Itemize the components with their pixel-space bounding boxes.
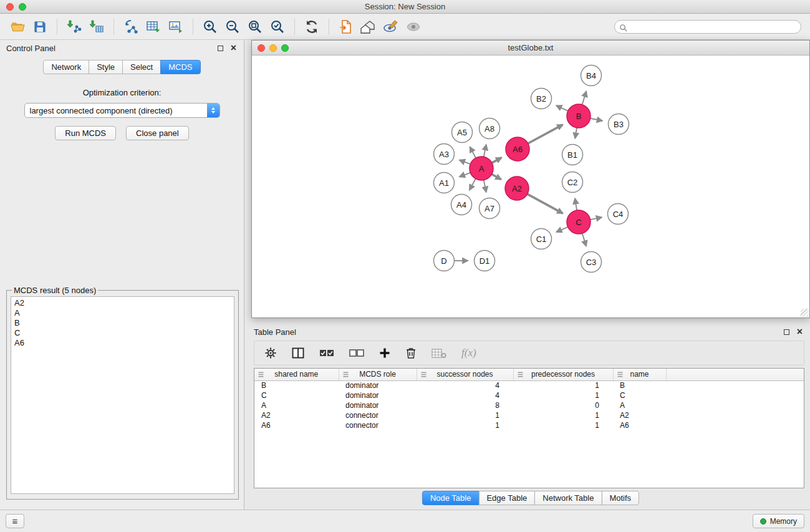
table-cell-predecessor_nodes[interactable]: 1	[513, 390, 613, 400]
close-panel-icon[interactable]: ×	[231, 44, 236, 52]
close-panel-button[interactable]: Close panel	[126, 126, 189, 140]
graph-edge[interactable]	[528, 125, 563, 143]
table-row[interactable]: Cdominator41C	[254, 390, 804, 400]
close-window-button[interactable]	[6, 3, 14, 11]
table-cell-name[interactable]: A2	[613, 410, 666, 420]
column-header[interactable]: name	[613, 369, 666, 380]
tab-node-table[interactable]: Node Table	[422, 491, 480, 505]
table-row[interactable]: A2connector11A2	[254, 410, 804, 420]
tab-mcds[interactable]: MCDS	[160, 60, 200, 74]
close-table-panel-icon[interactable]: ×	[797, 328, 803, 336]
tab-network[interactable]: Network	[43, 60, 89, 74]
table-cell-successor_nodes[interactable]: 8	[417, 400, 513, 410]
table-cell-predecessor_nodes[interactable]: 1	[513, 380, 613, 390]
zoom-fit-button[interactable]	[244, 16, 266, 37]
tab-select[interactable]: Select	[122, 60, 161, 74]
show-graphics-details-button[interactable]	[380, 16, 402, 37]
graph-edge[interactable]	[470, 179, 476, 190]
table-cell-successor_nodes[interactable]: 4	[417, 390, 513, 400]
search-input[interactable]	[614, 20, 801, 34]
deselect-all-button[interactable]	[349, 349, 364, 357]
zoom-selected-button[interactable]	[266, 16, 289, 37]
graph-edge[interactable]	[484, 180, 486, 192]
table-cell-name[interactable]: A	[613, 400, 666, 410]
network-zoom-button[interactable]	[281, 44, 289, 52]
table-cell-name[interactable]: A6	[613, 420, 666, 430]
home-button[interactable]	[357, 16, 380, 37]
new-table-button[interactable]	[142, 16, 165, 37]
graph-edge[interactable]	[460, 160, 471, 164]
tab-edge-table[interactable]: Edge Table	[478, 491, 535, 505]
table-cell-shared_name[interactable]: A	[254, 400, 339, 410]
table-cell-name[interactable]: C	[613, 390, 666, 400]
add-row-button[interactable]	[379, 347, 390, 359]
graph-edge[interactable]	[591, 118, 602, 121]
tab-network-table[interactable]: Network Table	[534, 491, 602, 505]
hide-graphics-details-button[interactable]	[402, 16, 425, 37]
optimization-criterion-select[interactable]: largest connected component (directed)	[24, 103, 220, 118]
table-row[interactable]: Adominator80A	[254, 400, 804, 410]
open-session-button[interactable]	[6, 16, 29, 37]
mcds-result-list[interactable]: A2ABCA6	[11, 296, 234, 494]
table-cell-mcds_role[interactable]: connector	[339, 420, 417, 430]
run-mcds-button[interactable]: Run MCDS	[55, 126, 116, 140]
export-image-button[interactable]	[165, 16, 187, 37]
open-network-file-button[interactable]	[335, 16, 357, 37]
graph-edge[interactable]	[470, 147, 476, 158]
table-cell-successor_nodes[interactable]: 4	[417, 380, 513, 390]
show-columns-button[interactable]	[292, 347, 304, 359]
resize-grip[interactable]	[801, 309, 809, 317]
tab-style[interactable]: Style	[89, 60, 123, 74]
table-cell-successor_nodes[interactable]: 1	[417, 410, 513, 420]
graph-edge[interactable]	[492, 174, 501, 180]
import-table-button[interactable]	[85, 16, 108, 37]
column-header[interactable]: predecessor nodes	[513, 369, 613, 380]
graph-edge[interactable]	[575, 128, 577, 138]
zoom-out-button[interactable]	[221, 16, 244, 37]
table-row[interactable]: A6connector11A6	[254, 420, 804, 430]
delete-table-button[interactable]	[432, 348, 446, 359]
graph-edge[interactable]	[460, 173, 471, 177]
table-cell-mcds_role[interactable]: dominator	[339, 380, 417, 390]
table-row[interactable]: Bdominator41B	[254, 380, 804, 390]
graph-edge[interactable]	[556, 227, 568, 232]
zoom-in-button[interactable]	[199, 16, 221, 37]
delete-row-button[interactable]	[405, 347, 417, 359]
save-session-button[interactable]	[29, 16, 51, 37]
graph-edge[interactable]	[582, 91, 587, 105]
network-close-button[interactable]	[258, 44, 265, 52]
task-history-button[interactable]: ≡	[6, 514, 24, 528]
zoom-window-button[interactable]	[19, 3, 26, 11]
graph-edge[interactable]	[582, 233, 586, 246]
column-header[interactable]: shared name	[254, 369, 339, 380]
graph-edge[interactable]	[575, 198, 577, 210]
table-cell-shared_name[interactable]: C	[254, 390, 339, 400]
table-cell-successor_nodes[interactable]: 1	[417, 420, 513, 430]
table-cell-mcds_role[interactable]: connector	[339, 410, 417, 420]
table-cell-predecessor_nodes[interactable]: 0	[513, 400, 613, 410]
table-cell-mcds_role[interactable]: dominator	[339, 390, 417, 400]
graph-edge[interactable]	[484, 145, 486, 157]
table-cell-predecessor_nodes[interactable]: 1	[513, 420, 613, 430]
import-network-button[interactable]	[63, 16, 85, 37]
table-cell-shared_name[interactable]: B	[254, 380, 339, 390]
network-minimize-button[interactable]	[269, 44, 277, 52]
table-cell-name[interactable]: B	[613, 380, 666, 390]
tab-motifs[interactable]: Motifs	[601, 491, 639, 505]
table-cell-predecessor_nodes[interactable]: 1	[513, 410, 613, 420]
graph-edge[interactable]	[492, 158, 502, 163]
select-all-button[interactable]	[319, 349, 334, 357]
memory-button[interactable]: Memory	[753, 514, 804, 528]
column-header[interactable]: successor nodes	[417, 369, 513, 380]
new-network-button[interactable]	[120, 16, 142, 37]
column-header[interactable]: MCDS role	[339, 369, 417, 380]
graph-edge[interactable]	[591, 217, 602, 220]
refresh-view-button[interactable]	[301, 16, 323, 37]
graph-edge[interactable]	[556, 105, 568, 111]
function-builder-button[interactable]: f(x)	[461, 347, 476, 359]
float-table-panel-icon[interactable]	[784, 329, 789, 335]
table-cell-mcds_role[interactable]: dominator	[339, 400, 417, 410]
table-cell-shared_name[interactable]: A2	[254, 410, 339, 420]
float-panel-icon[interactable]	[218, 46, 223, 51]
table-cell-shared_name[interactable]: A6	[254, 420, 339, 430]
